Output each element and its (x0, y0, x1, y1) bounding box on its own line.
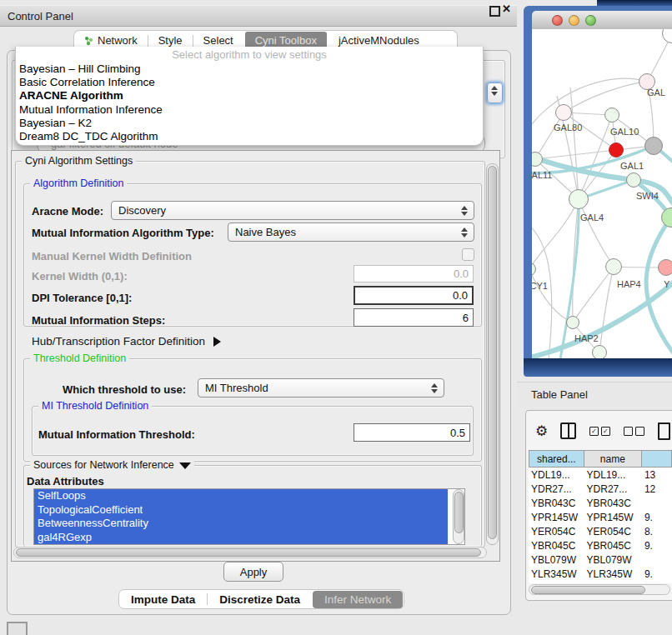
node-label: HAP2 (574, 333, 599, 343)
export-table-icon[interactable] (658, 422, 670, 440)
table-horizontal-scrollbar[interactable] (529, 584, 670, 595)
column-header-name[interactable]: name (584, 450, 642, 468)
attribute-item[interactable]: gal4RGexp (34, 531, 448, 545)
network-node-gal80[interactable] (555, 104, 572, 121)
which-threshold-combo[interactable]: MI Threshold (198, 378, 444, 398)
tab-jactivemnodules-label: jActiveMNodules (339, 34, 419, 47)
table-cell[interactable]: YBL079W (529, 552, 584, 567)
attribute-item[interactable]: TopologicalCoefficient (34, 503, 448, 518)
table-cell[interactable]: YBR045C (529, 538, 584, 552)
float-panel-button[interactable] (489, 6, 500, 17)
algorithm-placeholder: Select algorithm to view settings (16, 48, 483, 62)
network-node-gal10[interactable] (604, 108, 619, 122)
table-cell[interactable]: 9. (642, 510, 672, 524)
combo-stepper-icon (458, 206, 474, 216)
algorithm-option[interactable]: Dream8 DC_TDC Algorithm (16, 130, 483, 143)
window-minimize-icon[interactable] (569, 15, 579, 26)
deselect-all-checkboxes-icon[interactable] (624, 427, 644, 436)
table-cell[interactable]: YER054C (584, 524, 642, 538)
table-cell[interactable] (642, 496, 672, 510)
mi-steps-field[interactable]: 6 (354, 308, 474, 327)
algorithm-option[interactable]: Basic Correlation Inference (16, 76, 483, 89)
hub-factor-expander[interactable]: Hub/Transcription Factor Definition (32, 335, 221, 348)
algorithm-option[interactable]: Bayesian – Hill Climbing (16, 62, 483, 76)
data-attributes-label: Data Attributes (27, 475, 104, 488)
screen: Control Panel ✕ Network Style Select Cyn… (0, 0, 672, 635)
settings-horizontal-scrollbar[interactable] (13, 547, 487, 558)
settings-vertical-scrollbar[interactable] (486, 163, 499, 545)
table-cell[interactable]: YER054C (529, 524, 584, 538)
tab-select-label: Select (203, 34, 233, 47)
mi-algorithm-type-combo[interactable]: Naive Bayes (228, 222, 474, 242)
network-node-swi4[interactable] (626, 172, 641, 188)
table-cell[interactable]: YBL079W (584, 552, 642, 567)
algorithm-option[interactable]: Mutual Information Inference (16, 103, 483, 117)
table-cell[interactable]: YLR345W (584, 567, 642, 581)
table-cell[interactable]: YDL19... (584, 468, 642, 482)
attribute-list-scrollbar[interactable] (453, 489, 464, 544)
table-cell[interactable]: 8. (642, 524, 672, 538)
network-canvas[interactable]: GAL GAL80 GAL10 GAL1 GAL11 SWI4 GAL4 GCY… (532, 29, 672, 358)
table-cell[interactable]: YDR27... (529, 482, 584, 496)
table-cell[interactable]: YBR043C (584, 496, 642, 510)
table-cell[interactable]: 9. (642, 538, 672, 552)
node-label: GAL10 (610, 127, 639, 137)
mi-threshold-field[interactable]: 0.5 (354, 423, 470, 442)
window-close-icon[interactable] (552, 15, 563, 26)
table-cell[interactable]: YDL19... (529, 468, 584, 482)
settings-gear-icon[interactable]: ⚙ (535, 422, 548, 440)
network-node-y-partial[interactable] (658, 259, 672, 276)
select-all-checkboxes-icon[interactable]: ✓✓ (589, 427, 610, 436)
table-cell[interactable]: 9 (642, 581, 672, 583)
table-cell[interactable]: YPR145W (529, 510, 584, 524)
node-label: SWI4 (636, 191, 659, 201)
node-label: GAL11 (532, 170, 552, 180)
tab-discretize-data-label: Discretize Data (219, 593, 300, 606)
network-node-gal4[interactable] (569, 189, 589, 209)
table-cell[interactable]: YLR345W (529, 567, 584, 581)
network-node[interactable] (592, 345, 607, 358)
window-zoom-icon[interactable] (585, 15, 596, 26)
attribute-item[interactable]: SelfLoops (34, 489, 448, 503)
table-cell[interactable]: YBR043C (529, 496, 584, 510)
tab-impute-data[interactable]: Impute Data (119, 592, 207, 607)
kernel-width-field[interactable]: 0.0 (354, 265, 474, 282)
close-panel-icon[interactable]: ✕ (502, 2, 511, 15)
network-node-hap4[interactable] (605, 258, 622, 275)
network-node-hap2[interactable] (566, 316, 579, 329)
table-cell[interactable]: YBR045C (584, 538, 642, 552)
table-cell[interactable]: 13 (642, 468, 672, 482)
table-cell[interactable]: 9. (642, 567, 672, 581)
table-row: YDR27... YDR27... 12 (529, 482, 672, 496)
mi-threshold-group-title: MI Threshold Definition (38, 400, 152, 412)
tab-infer-network[interactable]: Infer Network (313, 591, 403, 608)
apply-button[interactable]: Apply (223, 562, 283, 582)
table-cell[interactable]: YDR27... (584, 482, 642, 496)
algorithm-dropdown-popup: Select algorithm to view settings Bayesi… (15, 47, 484, 146)
sources-group-title[interactable]: Sources for Network Inference (30, 459, 194, 471)
network-window-titlebar[interactable] (532, 11, 672, 30)
tab-discretize-data[interactable]: Discretize Data (208, 592, 312, 607)
algorithm-option[interactable]: Bayesian – K2 (16, 117, 483, 130)
manual-kernel-checkbox[interactable] (462, 248, 474, 261)
hub-factor-label: Hub/Transcription Factor Definition (32, 335, 205, 348)
aracne-mode-combo[interactable]: Discovery (111, 201, 474, 220)
split-columns-icon[interactable] (560, 422, 575, 439)
network-node-gray[interactable] (644, 137, 663, 155)
table-cell[interactable]: 12 (642, 482, 672, 496)
table-cell[interactable] (642, 552, 672, 567)
mi-threshold-value: 0.5 (450, 427, 465, 439)
algorithm-combo-stepper[interactable] (487, 82, 503, 103)
network-node-gal1[interactable] (609, 142, 624, 158)
column-header-partial[interactable] (642, 450, 672, 468)
column-header-shared-name[interactable]: shared... (529, 450, 584, 468)
data-attributes-list: SelfLoops TopologicalCoefficient Between… (33, 488, 465, 545)
floating-panel-icon[interactable] (7, 622, 28, 635)
table-cell[interactable]: YIL052C (529, 581, 584, 583)
dpi-tolerance-field[interactable]: 0.0 (354, 286, 474, 305)
table-cell[interactable]: YIL052C (584, 581, 642, 583)
combo-stepper-icon (428, 383, 444, 393)
attribute-item[interactable]: BetweennessCentrality (34, 517, 448, 531)
algorithm-option-aracne[interactable]: ARACNE Algorithm (16, 89, 483, 102)
table-cell[interactable]: YPR145W (584, 510, 642, 524)
